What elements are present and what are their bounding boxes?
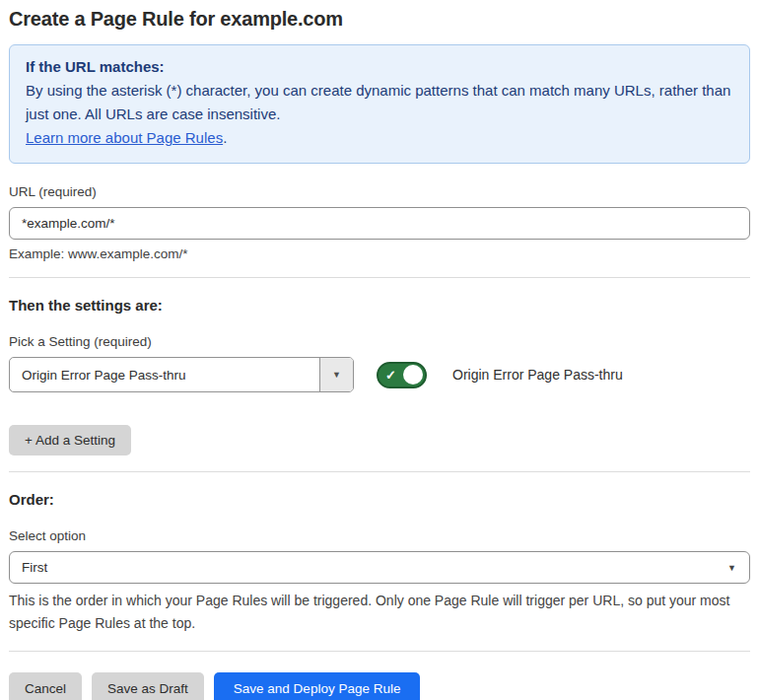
- pick-setting-label: Pick a Setting (required): [9, 334, 750, 349]
- chevron-down-icon: ▼: [727, 563, 736, 573]
- url-match-info-box: If the URL matches: By using the asteris…: [9, 44, 750, 164]
- setting-toggle-label: Origin Error Page Pass-thru: [452, 367, 623, 383]
- setting-row: Origin Error Page Pass-thru ▼ ✓ Origin E…: [9, 357, 750, 392]
- setting-toggle-wrap: ✓ Origin Error Page Pass-thru: [377, 362, 623, 388]
- toggle-knob: [403, 365, 423, 385]
- settings-section-heading: Then the settings are:: [9, 297, 750, 314]
- learn-more-link[interactable]: Learn more about Page Rules: [26, 129, 223, 146]
- order-select[interactable]: First ▼: [9, 551, 750, 584]
- setting-dropdown-value: Origin Error Page Pass-thru: [10, 358, 319, 391]
- cancel-button[interactable]: Cancel: [9, 672, 82, 700]
- url-input[interactable]: [9, 207, 750, 240]
- divider: [9, 277, 750, 278]
- info-box-link-line: Learn more about Page Rules.: [26, 126, 733, 150]
- order-select-value: First: [22, 560, 47, 575]
- setting-dropdown-button[interactable]: ▼: [319, 358, 353, 391]
- page-rule-form: Create a Page Rule for example.com If th…: [0, 0, 759, 700]
- page-title: Create a Page Rule for example.com: [9, 8, 750, 31]
- setting-toggle[interactable]: ✓: [377, 362, 427, 388]
- order-section-heading: Order:: [9, 491, 750, 508]
- url-example-helper: Example: www.example.com/*: [9, 246, 750, 261]
- divider: [9, 651, 750, 652]
- link-period: .: [223, 129, 227, 146]
- select-option-label: Select option: [9, 528, 750, 543]
- divider: [9, 471, 750, 472]
- add-setting-button[interactable]: + Add a Setting: [9, 425, 131, 455]
- check-icon: ✓: [385, 369, 396, 382]
- order-helper-text: This is the order in which your Page Rul…: [9, 590, 750, 635]
- setting-dropdown[interactable]: Origin Error Page Pass-thru ▼: [9, 357, 354, 392]
- chevron-down-icon: ▼: [332, 370, 341, 380]
- url-field-label: URL (required): [9, 184, 750, 199]
- info-box-body: By using the asterisk (*) character, you…: [26, 79, 733, 126]
- footer-actions: Cancel Save as Draft Save and Deploy Pag…: [9, 672, 750, 700]
- save-deploy-button[interactable]: Save and Deploy Page Rule: [214, 672, 421, 700]
- info-box-heading: If the URL matches:: [26, 55, 733, 79]
- save-draft-button[interactable]: Save as Draft: [92, 672, 204, 700]
